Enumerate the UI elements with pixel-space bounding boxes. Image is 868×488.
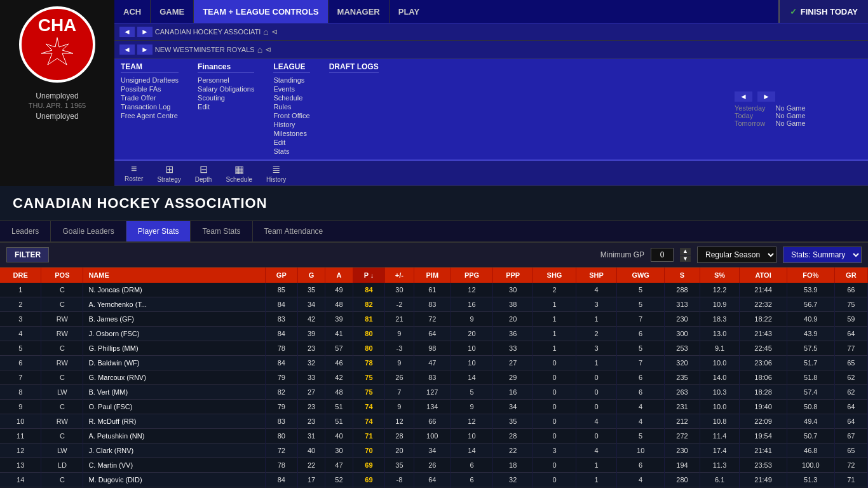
league-standings[interactable]: Standings (273, 76, 309, 85)
flag-icon-1[interactable]: ⊲ (271, 27, 278, 36)
player-stat: 313 (664, 297, 700, 312)
team-transaction-log[interactable]: Transaction Log (121, 102, 179, 111)
tab-team-stats[interactable]: Team Stats (191, 221, 252, 241)
col-gp[interactable]: GP (265, 268, 297, 283)
col-g[interactable]: G (297, 268, 325, 283)
roster-btn[interactable]: ≡ Roster (118, 162, 149, 184)
gp-up-btn[interactable]: ▲ (680, 248, 691, 255)
finance-salary[interactable]: Salary Obligations (198, 85, 254, 93)
nav-ach[interactable]: ACH (114, 0, 151, 23)
nav-manager[interactable]: MANAGER (329, 0, 390, 23)
player-stat: 11.3 (700, 458, 739, 473)
depth-btn[interactable]: ⊟ Depth (189, 162, 219, 184)
assoc-link-1[interactable]: CANADIAN HOCKEY ASSOCIATI (155, 28, 261, 36)
flag-icon-2[interactable]: ⊲ (265, 45, 271, 54)
col-pos[interactable]: POS (41, 268, 83, 283)
league-stats[interactable]: Stats (273, 147, 309, 156)
nav-game[interactable]: GAME (151, 0, 194, 23)
assoc-link-2[interactable]: NEW WESTMINSTER ROYALS (155, 46, 255, 53)
player-stat: 57.4 (787, 385, 834, 400)
col-s[interactable]: S (664, 268, 700, 283)
player-stat: 100 (414, 429, 451, 444)
team-trade-offer[interactable]: Trade Offer (121, 93, 179, 102)
col-fopct[interactable]: FO% (787, 268, 834, 283)
prev-btn-1[interactable]: ◄ (119, 27, 135, 37)
team-free-agent-centre[interactable]: Free Agent Centre (121, 111, 179, 120)
gp-down-btn[interactable]: ▼ (680, 255, 691, 262)
league-history[interactable]: History (273, 120, 309, 129)
player-stat: 14 (0, 473, 41, 487)
table-row[interactable]: 1CN. Joncas (DRM)85354984306112302452881… (0, 283, 868, 297)
league-front-office[interactable]: Front Office (273, 111, 309, 120)
player-stat: 4 (617, 473, 665, 487)
table-row[interactable]: 5CG. Phillips (MM)78235780-3981033135253… (0, 341, 868, 356)
col-shp[interactable]: SHP (576, 268, 617, 283)
table-row[interactable]: 6RWD. Baldwin (WF)8432467894710270173201… (0, 356, 868, 370)
col-dre[interactable]: DRE (0, 268, 41, 283)
league-edit[interactable]: Edit (273, 138, 309, 147)
table-row[interactable]: 4RWJ. Osborn (FSC)8439418096420361263001… (0, 327, 868, 341)
table-row[interactable]: 12LWJ. Clark (RNV)7240307020341422341023… (0, 444, 868, 458)
col-a[interactable]: A (325, 268, 353, 283)
nav-play[interactable]: PLAY (390, 0, 428, 23)
team-unsigned-draftees[interactable]: Unsigned Draftees (121, 76, 179, 85)
season-select[interactable]: Regular Season Playoffs (697, 247, 776, 263)
table-row[interactable]: 8LWB. Vert (MM)82274875712751600626310.3… (0, 385, 868, 400)
player-stat: 83 (414, 297, 451, 312)
col-name[interactable]: NAME (83, 268, 265, 283)
table-row[interactable]: 7CG. Marcoux (RNV)7933427526831429006235… (0, 370, 868, 385)
player-stat: 19:54 (740, 429, 787, 444)
right-prev-btn[interactable]: ◄ (735, 92, 752, 102)
table-row[interactable]: 3RWB. James (GF)83423981217292011723018.… (0, 312, 868, 327)
finance-edit[interactable]: Edit (198, 102, 254, 111)
filter-btn[interactable]: FILTER (6, 247, 49, 262)
table-row[interactable]: 11CA. Petushkin (NN)80314071281001028005… (0, 429, 868, 444)
col-shg[interactable]: SHG (533, 268, 576, 283)
player-stat: 9 (451, 400, 493, 414)
league-rules[interactable]: Rules (273, 102, 309, 111)
table-row[interactable]: 13LDC. Martin (VV)7822476935266180161941… (0, 458, 868, 473)
player-stat: 7 (617, 312, 665, 327)
col-atoi[interactable]: ATOI (740, 268, 787, 283)
team-possible-fas[interactable]: Possible FAs (121, 85, 179, 93)
col-ppp[interactable]: PPP (492, 268, 532, 283)
league-schedule[interactable]: Schedule (273, 93, 309, 102)
tab-player-stats[interactable]: Player Stats (126, 221, 191, 241)
home-icon-2[interactable]: ⌂ (257, 44, 262, 55)
finance-personnel[interactable]: Personnel (198, 76, 254, 85)
next-btn-1[interactable]: ► (137, 27, 153, 37)
player-stat: 33 (297, 370, 325, 385)
stats-select[interactable]: Stats: Summary Stats: Detailed (783, 247, 862, 263)
right-next-btn[interactable]: ► (757, 92, 775, 102)
col-gr[interactable]: GR (834, 268, 867, 283)
tab-goalie-leaders[interactable]: Goalie Leaders (51, 221, 126, 241)
player-stat: 7 (385, 385, 414, 400)
col-pm[interactable]: +/- (385, 268, 414, 283)
strategy-btn[interactable]: ⊞ Strategy (151, 162, 187, 184)
player-stat: 300 (664, 327, 700, 341)
table-row[interactable]: 2CA. Yemchenko (T...84344882-28316381353… (0, 297, 868, 312)
col-spct[interactable]: S% (700, 268, 739, 283)
table-row[interactable]: 9CO. Paul (FSC)79235174913493400423110.0… (0, 400, 868, 414)
player-stat: 280 (664, 473, 700, 487)
table-row[interactable]: 10RWR. McDuff (RR)8323517412661235044212… (0, 414, 868, 429)
schedule-btn[interactable]: ▦ Schedule (219, 162, 259, 184)
next-btn-2[interactable]: ► (137, 44, 153, 55)
home-icon-1[interactable]: ⌂ (263, 27, 268, 37)
col-gwg[interactable]: GWG (617, 268, 665, 283)
col-p[interactable]: P ↓ (353, 268, 385, 283)
history-btn[interactable]: ≣ History (260, 162, 292, 184)
team-logo: CHA (19, 6, 95, 83)
tab-leaders[interactable]: Leaders (0, 221, 51, 241)
prev-btn-2[interactable]: ◄ (119, 44, 135, 55)
nav-team-league[interactable]: TEAM + LEAGUE CONTROLS (194, 0, 328, 23)
tab-team-attendance[interactable]: Team Attendance (253, 221, 335, 241)
col-pim[interactable]: PIM (414, 268, 451, 283)
col-ppg[interactable]: PPG (451, 268, 493, 283)
table-row[interactable]: 14CM. Dugovic (DID)84175269-864632014280… (0, 473, 868, 487)
min-gp-input[interactable] (651, 248, 674, 262)
league-events[interactable]: Events (273, 85, 309, 93)
finish-today-btn[interactable]: ✓ FINISH TODAY (778, 0, 868, 23)
finance-scouting[interactable]: Scouting (198, 93, 254, 102)
league-milestones[interactable]: Milestones (273, 129, 309, 138)
